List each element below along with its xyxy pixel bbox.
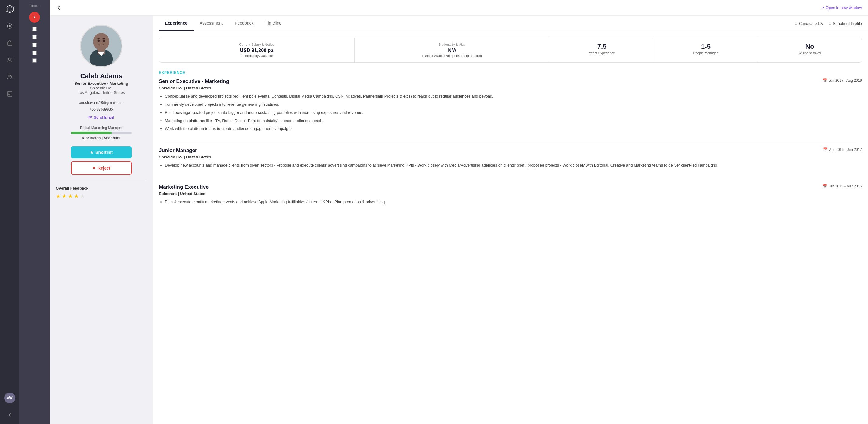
sidebar-icon-dashboard[interactable] [4,21,15,32]
contact-info: anushavarri.10@gmail.com +65 87689935 [79,100,123,113]
user-avatar[interactable]: AW [4,392,15,403]
list-checkbox-2[interactable] [20,33,50,41]
download-cv-button[interactable]: ⬇ Candidate CV [794,21,824,26]
stat-travel-value: No [764,43,856,51]
tab-experience[interactable]: Experience [159,16,194,31]
content-wrapper: Caleb Adams Senior Executive - Marketing… [50,16,868,424]
shortlist-button[interactable]: ★ Shortlist [71,146,131,158]
star-icon: ★ [90,150,94,155]
candidate-title: Senior Executive - Marketing [74,81,128,86]
stat-salary: Current Salary & Notice USD 91,200 pa Im… [159,38,354,62]
tab-assessment[interactable]: Assessment [194,16,229,31]
stars-row: ★ ★ ★ ★ ★ [56,193,147,200]
exp-bullets-2: Plan & execute montly marketing events a… [159,199,862,205]
calendar-icon-1: 📅 [823,148,828,152]
feedback-label: Overall Feedback [56,186,147,191]
sidebar-icon-reports[interactable] [4,89,15,99]
sidebar-icon-team[interactable] [4,71,15,83]
exp-header-2: Marketing Executive 📅 Jan 2013 - Mar 201… [159,184,862,190]
calendar-icon-2: 📅 [823,184,827,188]
profile-panel: Caleb Adams Senior Executive - Marketing… [50,16,153,424]
app-logo[interactable] [4,4,15,14]
exp-bullets-1: Develop new accounts and manage clients … [159,162,862,169]
list-checkbox-4[interactable] [20,49,50,57]
stat-travel-sub: Willing to travel [764,51,856,55]
stats-row: Current Salary & Notice USD 91,200 pa Im… [159,38,862,63]
top-nav: ↗ Open in new window [50,0,868,16]
divider-2 [165,178,856,178]
star-3[interactable]: ★ [68,193,73,200]
exp-title-2: Marketing Executive [159,184,209,190]
email-icon: ✉ [89,115,92,120]
exp-item-0: Senior Executive - Marketing 📅 Jun 2017 … [159,78,862,132]
star-1[interactable]: ★ [56,193,61,200]
stat-salary-label: Current Salary & Notice [165,43,348,46]
exp-company-1: Shiseido Co. | United States [159,155,862,159]
stat-visa: Nationality & Visa N/A (United States) N… [354,38,550,62]
open-new-window-link[interactable]: ↗ Open in new window [821,5,862,10]
list-checkbox-3[interactable] [20,41,50,49]
bullet-1-0: Develop new accounts and manage clients … [165,162,862,169]
job-label: Job c... [20,2,50,9]
calendar-icon-0: 📅 [823,78,827,83]
stat-visa-value: N/A [361,47,544,53]
candidate-badge[interactable]: F [29,12,40,23]
exp-title-1: Junior Manager [159,148,197,154]
svg-point-5 [8,58,11,60]
svg-rect-4 [7,42,12,45]
exp-company-2: Epicentre | United States [159,191,862,196]
download-profile-button[interactable]: ⬇ Snaphunt Profile [828,21,862,26]
tab-timeline[interactable]: Timeline [259,16,287,31]
svg-point-8 [8,75,10,77]
svg-marker-1 [7,7,12,11]
stat-people-value: 1-5 [660,43,752,51]
candidate-location: Los Angeles, United States [78,90,125,95]
svg-point-20 [103,39,105,42]
sidebar-icon-jobs[interactable] [4,38,15,48]
exp-date-0: 📅 Jun 2017 - Aug 2019 [823,78,862,83]
download-profile-icon: ⬇ [828,21,832,26]
divider-1 [165,141,856,141]
svg-point-9 [10,75,12,77]
stat-visa-label: Nationality & Visa [361,43,544,46]
reject-icon: ✕ [92,166,96,170]
bullet-0-0: Conceptualise and developed projects (eg… [165,93,862,100]
stat-salary-value: USD 91,200 pa [165,47,348,53]
sidebar-icon-candidates[interactable] [4,55,15,65]
svg-point-19 [98,39,100,42]
back-button[interactable] [56,5,62,11]
tab-actions: ⬇ Candidate CV ⬇ Snaphunt Profile [794,21,862,26]
sidebar-list: Job c... F [20,0,50,424]
back-arrow-icon[interactable] [4,410,15,420]
stat-travel: No Willing to travel [758,38,862,62]
tab-feedback[interactable]: Feedback [229,16,259,31]
download-cv-icon: ⬇ [794,21,798,26]
stat-exp-sub: Years Experience [556,51,648,55]
reject-button[interactable]: ✕ Reject [71,161,131,175]
bullet-2-0: Plan & execute montly marketing events a… [165,199,862,205]
star-2[interactable]: ★ [62,193,67,200]
stat-experience: 7.5 Years Experience [550,38,654,62]
exp-header-1: Junior Manager 📅 Apr 2015 - Jun 2017 [159,148,862,154]
bullet-0-4: Work with the platform teams to create a… [165,126,862,132]
exp-item-2: Marketing Executive 📅 Jan 2013 - Mar 201… [159,184,862,205]
bullet-0-2: Build existing/repeated projects into bi… [165,110,862,116]
svg-point-3 [9,25,10,27]
stat-exp-value: 7.5 [556,43,648,51]
stat-salary-sub: Immediately Available [165,54,348,58]
match-progress-bar [71,132,131,134]
send-email-button[interactable]: ✉ Send Email [89,115,114,120]
star-5[interactable]: ★ [80,193,85,200]
candidate-name: Caleb Adams [80,72,122,80]
bullet-0-3: Marketing on platforms like - TV, Radio,… [165,118,862,124]
list-checkbox-1[interactable] [20,25,50,33]
tabs-bar: Experience Assessment Feedback Timeline … [153,16,868,32]
candidate-avatar [80,25,122,67]
candidate-phone: +65 87689935 [79,106,123,113]
sidebar-dark: AW [0,0,20,424]
exp-item-1: Junior Manager 📅 Apr 2015 - Jun 2017 Shi… [159,148,862,169]
match-label: Digital Marketing Manager [80,126,122,130]
exp-bullets-0: Conceptualise and developed projects (eg… [159,93,862,132]
star-4[interactable]: ★ [74,193,79,200]
list-checkbox-5[interactable] [20,57,50,65]
